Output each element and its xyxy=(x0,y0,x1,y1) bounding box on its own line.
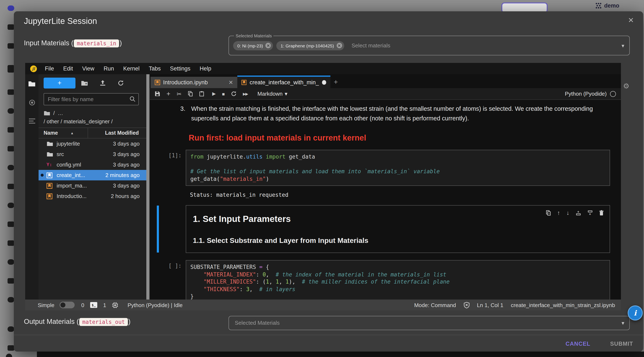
settings-gear-icon[interactable]: ⚙ xyxy=(623,82,630,91)
file-row[interactable]: Y: config.yml 3 days ago xyxy=(38,159,146,170)
output-materials-suffix: ) xyxy=(128,317,130,325)
markdown-cell-selected: + ↑ ↓ + + 1. xyxy=(150,205,621,253)
app-rail-icon xyxy=(8,165,14,170)
user-label: demo xyxy=(604,3,619,9)
paste-cells-icon[interactable] xyxy=(199,91,204,97)
breadcrumb-root[interactable]: / xyxy=(53,110,55,116)
stop-kernel-icon[interactable]: ■ xyxy=(222,91,225,96)
file-row[interactable]: src 3 days ago xyxy=(38,149,146,159)
restart-kernel-icon[interactable] xyxy=(231,91,236,97)
file-browser-scrollbar[interactable] xyxy=(146,74,149,299)
tab-label: Introduction.ipynb xyxy=(163,79,208,86)
kernel-status-text[interactable]: Python (Pyodide) | Idle xyxy=(128,302,182,308)
red-heading[interactable]: Run first: load input materials in curre… xyxy=(189,133,621,143)
insert-cell-below-icon[interactable]: + xyxy=(588,210,593,215)
statusbar-filename: create_interface_with_min_strain_zsl.ipy… xyxy=(511,302,615,308)
move-cell-up-icon[interactable]: ↑ xyxy=(557,209,560,216)
trust-shield-icon[interactable] xyxy=(464,302,469,308)
table-of-contents-icon[interactable] xyxy=(29,118,35,124)
menu-item-edit[interactable]: Edit xyxy=(59,66,78,72)
chip-delete-icon[interactable]: ✕ xyxy=(266,43,271,48)
tab-introduction[interactable]: Introduction.ipynb ✕ xyxy=(150,77,237,88)
insert-cell-icon[interactable]: + xyxy=(166,90,170,98)
menu-item-settings[interactable]: Settings xyxy=(166,66,195,72)
info-button[interactable]: i xyxy=(628,305,643,320)
app-rail-icon xyxy=(8,6,14,11)
file-row-selected[interactable]: create_int... 2 minutes ago xyxy=(38,170,146,180)
tab-create-interface-active[interactable]: create_interface_with_min_ xyxy=(237,76,330,88)
markdown-cell-body[interactable]: + ↑ ↓ + + 1. xyxy=(186,205,610,253)
cell-type-dropdown[interactable]: Markdown ▾ xyxy=(258,91,288,97)
menu-item-run[interactable]: Run xyxy=(99,66,119,72)
column-name[interactable]: Name xyxy=(38,130,58,136)
menu-item-file[interactable]: File xyxy=(40,66,59,72)
file-row[interactable]: import_ma... 3 days ago xyxy=(38,180,146,191)
run-cell-icon[interactable]: ▶ xyxy=(212,91,216,97)
file-name: src xyxy=(56,151,64,157)
new-launcher-button[interactable]: + xyxy=(44,78,76,89)
chip-delete-icon[interactable]: ✕ xyxy=(336,43,342,48)
duplicate-cell-icon[interactable]: + xyxy=(546,210,551,215)
cell-selection-bar[interactable] xyxy=(157,206,159,252)
column-last-modified[interactable]: Last Modified xyxy=(74,130,146,136)
new-tab-icon[interactable]: + xyxy=(330,78,341,88)
yaml-file-icon: Y: xyxy=(46,162,53,167)
app-rail-icon xyxy=(8,278,14,284)
refresh-icon[interactable] xyxy=(112,80,130,86)
breadcrumb-path[interactable]: / other / materials_designer / xyxy=(44,118,149,125)
notebook-main-area: Introduction.ipynb ✕ create_interface_wi… xyxy=(149,74,621,299)
breadcrumb-ellipsis[interactable]: … xyxy=(58,110,63,116)
output-materials-dropdown[interactable]: Selected Materials ▾ xyxy=(228,316,630,330)
file-browser-icon[interactable] xyxy=(28,81,36,87)
cursor-position[interactable]: Ln 1, Col 1 xyxy=(477,302,503,308)
markdown-list-item[interactable]: 3. When the strain matching is finished,… xyxy=(180,104,610,123)
new-folder-icon[interactable]: + xyxy=(76,80,94,86)
material-chip[interactable]: 0: Ni (mp-23) ✕ xyxy=(233,41,273,50)
cut-cells-icon[interactable]: ✂ xyxy=(177,90,182,97)
close-icon[interactable]: ✕ xyxy=(628,16,634,25)
notebook-file-icon xyxy=(46,183,53,189)
input-materials-suffix: ) xyxy=(120,39,122,47)
input-materials-prefix: Input Materials ( xyxy=(24,39,74,47)
restart-run-all-icon[interactable]: ▶▶ xyxy=(243,92,248,96)
selected-materials-field[interactable]: Selected Materials 0: Ni (mp-23) ✕ 1: Gr… xyxy=(228,36,630,55)
save-icon[interactable] xyxy=(155,91,160,97)
screen: demo JupyterLite Session ✕ Input Materia… xyxy=(0,0,644,357)
kernel-selector[interactable]: Python (Pyodide) xyxy=(565,91,616,97)
filter-files-input[interactable] xyxy=(44,94,138,105)
cancel-button[interactable]: CANCEL xyxy=(566,341,590,347)
chevron-down-icon: ▾ xyxy=(285,91,288,97)
cell-prompt: [1]: xyxy=(150,150,186,186)
menu-item-kernel[interactable]: Kernel xyxy=(119,66,144,72)
chevron-down-icon[interactable]: ▾ xyxy=(622,42,624,49)
tab-close-icon[interactable]: ✕ xyxy=(228,79,233,86)
file-row[interactable]: jupyterlite 3 days ago xyxy=(38,138,146,149)
simple-mode-toggle[interactable] xyxy=(60,302,75,308)
home-folder-icon[interactable] xyxy=(44,111,50,116)
menu-item-view[interactable]: View xyxy=(78,66,99,72)
materials-out-chip: materials_out xyxy=(79,318,128,326)
kernel-chip-icon[interactable] xyxy=(112,302,118,308)
menu-item-help[interactable]: Help xyxy=(195,66,216,72)
file-row[interactable]: Introductio... 2 hours ago xyxy=(38,191,146,201)
material-chip[interactable]: 1: Graphene (mp-1040425) ✕ xyxy=(276,41,344,50)
file-modified: 3 days ago xyxy=(113,182,146,189)
running-sessions-icon[interactable] xyxy=(29,99,35,106)
upload-icon[interactable] xyxy=(94,80,112,86)
filter-files-box[interactable] xyxy=(44,93,139,105)
app-rail-icon xyxy=(8,108,14,114)
code-editor[interactable]: SUBSTRATE_PARAMETERS = { "MATERIAL_INDEX… xyxy=(186,260,610,299)
terminal-icon[interactable]: $_ xyxy=(90,302,97,308)
sort-asc-icon[interactable]: ▲ xyxy=(70,131,74,135)
submit-button[interactable]: SUBMIT xyxy=(610,341,633,347)
delete-cell-icon[interactable] xyxy=(599,210,604,215)
copy-cells-icon[interactable] xyxy=(188,91,193,97)
svg-text:+: + xyxy=(577,210,579,214)
select-materials-placeholder: Select materials xyxy=(352,42,390,49)
insert-cell-above-icon[interactable]: + xyxy=(576,210,581,215)
move-cell-down-icon[interactable]: ↓ xyxy=(566,209,569,216)
code-editor[interactable]: from jupyterlite.utils import get_data #… xyxy=(186,150,610,186)
mode-indicator[interactable]: Mode: Command xyxy=(414,302,456,308)
menu-item-tabs[interactable]: Tabs xyxy=(144,66,166,72)
file-modified: 2 hours ago xyxy=(111,193,146,199)
